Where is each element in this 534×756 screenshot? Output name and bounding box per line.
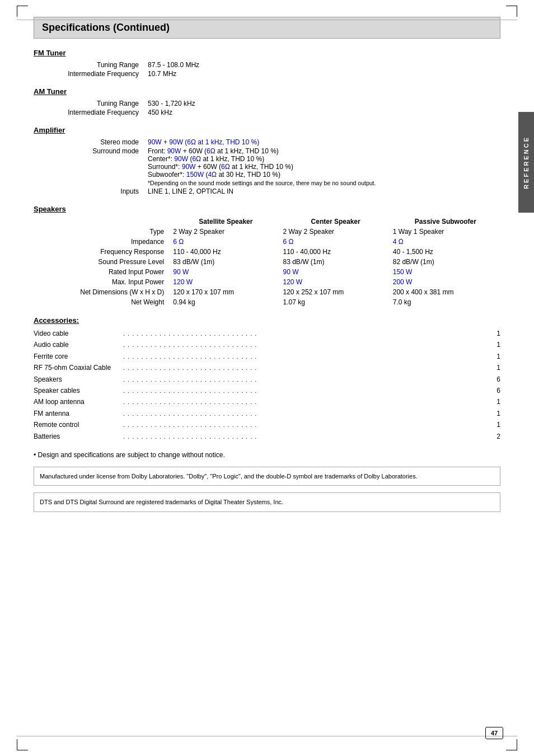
accessory-name: AM loop antenna — [34, 396, 123, 407]
row-cell: 90 W — [281, 267, 391, 277]
col-empty — [34, 217, 171, 227]
accessory-dots: . . . . . . . . . . . . . . . . . . . . … — [123, 397, 489, 407]
fm-tuner-table: Tuning Range 87.5 - 108.0 MHz Intermedia… — [34, 60, 500, 78]
intermediate-freq-label: Intermediate Frequency — [34, 69, 146, 78]
table-header-row: Satellite Speaker Center Speaker Passive… — [34, 217, 500, 227]
row-cell: 0.94 kg — [171, 297, 280, 307]
list-item: AM loop antenna . . . . . . . . . . . . … — [34, 396, 500, 407]
row-cell: 120 W — [171, 277, 280, 287]
stereo-mode-label: Stereo mode — [34, 138, 146, 147]
table-row: Impedance6 Ω6 Ω4 Ω — [34, 237, 500, 247]
accessory-name: RF 75-ohm Coaxial Cable — [34, 362, 123, 373]
list-item: Speakers . . . . . . . . . . . . . . . .… — [34, 374, 500, 385]
accessory-count: 1 — [489, 339, 500, 350]
row-cell: 2 Way 2 Speaker — [171, 227, 280, 237]
accessories-section: Accessories: Video cable . . . . . . . .… — [34, 316, 500, 442]
fm-tuner-title: FM Tuner — [34, 49, 500, 57]
list-item: Batteries . . . . . . . . . . . . . . . … — [34, 431, 500, 442]
row-label: Impedance — [34, 237, 171, 247]
am-tuner-title: AM Tuner — [34, 87, 500, 96]
col-subwoofer-header: Passive Subwoofer — [391, 217, 500, 227]
table-row: Type2 Way 2 Speaker2 Way 2 Speaker1 Way … — [34, 227, 500, 237]
accessory-dots: . . . . . . . . . . . . . . . . . . . . … — [123, 351, 489, 362]
accessory-name: FM antenna — [34, 408, 123, 419]
row-cell: 200 W — [391, 277, 500, 287]
list-item: FM antenna . . . . . . . . . . . . . . .… — [34, 408, 500, 419]
list-item: Ferrite core . . . . . . . . . . . . . .… — [34, 351, 500, 362]
surround-line-4: Subwoofer*: 150W (4Ω at 30 Hz, THD 10 %) — [148, 171, 498, 179]
speakers-table: Satellite Speaker Center Speaker Passive… — [34, 217, 500, 307]
table-row: Stereo mode 90W + 90W (6Ω at 1 kHz, THD … — [34, 138, 500, 147]
accessory-count: 1 — [489, 362, 500, 373]
amplifier-title: Amplifier — [34, 126, 500, 134]
table-row: Tuning Range 530 - 1,720 kHz — [34, 99, 500, 108]
surround-note: *Depending on the sound mode settings an… — [148, 180, 498, 186]
accessory-count: 1 — [489, 351, 500, 362]
accessory-dots: . . . . . . . . . . . . . . . . . . . . … — [123, 408, 489, 419]
corner-mark-tr — [506, 6, 517, 17]
table-row: Net Dimensions (W x H x D)120 x 170 x 10… — [34, 287, 500, 297]
row-cell: 83 dB/W (1m) — [281, 257, 391, 267]
row-label: Net Weight — [34, 297, 171, 307]
corner-mark-bl — [17, 739, 28, 750]
dolby-notice: Manufactured under license from Dolby La… — [40, 473, 418, 480]
tuning-range-value: 87.5 - 108.0 MHz — [146, 60, 500, 69]
list-item: Speaker cables . . . . . . . . . . . . .… — [34, 385, 500, 396]
divider-bottom — [17, 736, 517, 736]
accessory-dots: . . . . . . . . . . . . . . . . . . . . … — [123, 420, 489, 430]
row-cell: 90 W — [171, 267, 280, 277]
accessory-dots: . . . . . . . . . . . . . . . . . . . . … — [123, 374, 489, 385]
row-cell: 120 x 252 x 107 mm — [281, 287, 391, 297]
row-cell: 110 - 40,000 Hz — [281, 247, 391, 257]
accessory-dots: . . . . . . . . . . . . . . . . . . . . … — [123, 431, 489, 442]
page-wrapper: REFERENCE 47 Specifications (Continued) … — [0, 0, 534, 756]
accessory-count: 1 — [489, 396, 500, 407]
surround-line-1: Front: 90W + 60W (6Ω at 1 kHz, THD 10 %) — [148, 147, 498, 155]
accessory-name: Batteries — [34, 431, 123, 442]
accessory-name: Ferrite core — [34, 351, 123, 362]
reference-tab-text: REFERENCE — [523, 136, 530, 189]
am-tuner-section: AM Tuner Tuning Range 530 - 1,720 kHz In… — [34, 87, 500, 117]
amplifier-section: Amplifier Stereo mode 90W + 90W (6Ω at 1… — [34, 126, 500, 196]
accessory-dots: . . . . . . . . . . . . . . . . . . . . … — [123, 386, 489, 396]
surround-line-3: Surround*: 90W + 60W (6Ω at 1 kHz, THD 1… — [148, 163, 498, 171]
table-row: Intermediate Frequency 450 kHz — [34, 108, 500, 117]
page-number: 47 — [491, 730, 498, 736]
divider-top — [17, 20, 517, 20]
row-cell: 1 Way 1 Speaker — [391, 227, 500, 237]
corner-mark-br — [506, 739, 517, 750]
surround-line-2: Center*: 90W (6Ω at 1 kHz, THD 10 %) — [148, 155, 498, 163]
inputs-label: Inputs — [34, 187, 146, 196]
col-center-header: Center Speaker — [281, 217, 391, 227]
row-label: Type — [34, 227, 171, 237]
accessory-dots: . . . . . . . . . . . . . . . . . . . . … — [123, 328, 489, 339]
amplifier-table: Stereo mode 90W + 90W (6Ω at 1 kHz, THD … — [34, 138, 500, 196]
list-item: Video cable . . . . . . . . . . . . . . … — [34, 328, 500, 339]
tuning-range-label: Tuning Range — [34, 60, 146, 69]
accessory-name: Speaker cables — [34, 385, 123, 396]
page-title: Specifications (Continued) — [42, 22, 492, 34]
am-tuning-range-label: Tuning Range — [34, 99, 146, 108]
row-label: Rated Input Power — [34, 267, 171, 277]
row-cell: 200 x 400 x 381 mm — [391, 287, 500, 297]
accessory-count: 1 — [489, 419, 500, 430]
row-cell: 150 W — [391, 267, 500, 277]
accessories-title: Accessories: — [34, 316, 500, 325]
am-tuner-table: Tuning Range 530 - 1,720 kHz Intermediat… — [34, 99, 500, 117]
accessory-count: 2 — [489, 431, 500, 442]
list-item: Remote control . . . . . . . . . . . . .… — [34, 419, 500, 430]
table-row: Sound Pressure Level83 dB/W (1m)83 dB/W … — [34, 257, 500, 267]
accessory-count: 1 — [489, 328, 500, 339]
accessory-dots: . . . . . . . . . . . . . . . . . . . . … — [123, 340, 489, 350]
row-label: Sound Pressure Level — [34, 257, 171, 267]
surround-mode-label: Surround mode — [34, 147, 146, 187]
row-cell: 110 - 40,000 Hz — [171, 247, 280, 257]
reference-tab: REFERENCE — [518, 112, 534, 213]
list-item: Audio cable . . . . . . . . . . . . . . … — [34, 339, 500, 350]
table-row: Net Weight0.94 kg1.07 kg7.0 kg — [34, 297, 500, 307]
accessory-name: Audio cable — [34, 339, 123, 350]
row-cell: 6 Ω — [171, 237, 280, 247]
row-cell: 6 Ω — [281, 237, 391, 247]
accessory-count: 6 — [489, 385, 500, 396]
table-row: Rated Input Power90 W90 W150 W — [34, 267, 500, 277]
